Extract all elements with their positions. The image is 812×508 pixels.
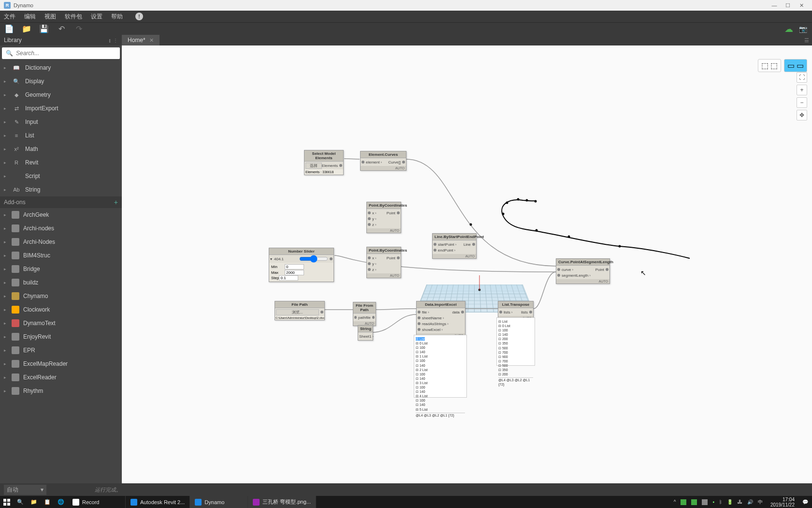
node-string[interactable]: String Sheet1› <box>358 325 373 341</box>
node-curve-point-at-segment[interactable]: Curve.PointAtSegmentLength curve›Point s… <box>556 258 610 284</box>
select-button[interactable]: 选择 <box>305 163 322 169</box>
input-seglen[interactable]: segmentLength <box>562 273 588 278</box>
redo-icon[interactable]: ↷ <box>74 25 83 33</box>
node-data-import-excel[interactable]: Data.ImportExcel file›data sheetName› re… <box>416 301 465 338</box>
data-preview-1[interactable]: ⊟ List⊟ 0 List ⊡ 100 ⊡ 140⊟ 1 List ⊡ 100… <box>414 335 467 398</box>
tray-app-3[interactable] <box>702 499 708 505</box>
library-list[interactable]: ▸📖Dictionary▸🔍Display▸◆Geometry▸⇄ImportE… <box>0 61 122 483</box>
addon-buildz[interactable]: ▸buildz <box>0 276 122 289</box>
addon-bim4struc[interactable]: ▸BIM4Struc <box>0 249 122 262</box>
tray-app-2[interactable] <box>691 499 697 505</box>
node-file-path[interactable]: File Path 浏览... C:\Users\Administrator\D… <box>275 301 325 320</box>
addon-chynamo[interactable]: ▸Chynamo <box>0 289 122 303</box>
start-button[interactable] <box>0 496 14 508</box>
addon-excelmapreader[interactable]: ▸ExcelMapReader <box>0 357 122 371</box>
camera-icon[interactable]: 📷 <box>799 25 807 33</box>
search-box[interactable]: 🔍 <box>2 47 120 59</box>
app-icon-1[interactable]: 📋 <box>41 496 54 508</box>
clock[interactable]: 17:04 2019/11/22 <box>768 497 798 508</box>
output-port[interactable]: Point <box>387 211 395 215</box>
minimize-button[interactable]: — <box>768 1 781 10</box>
network-icon[interactable]: 🖧 <box>738 499 742 505</box>
input-end[interactable]: endPoint <box>438 248 453 253</box>
node-element-curves[interactable]: Element.Curves element›Curve[] AUTO <box>360 151 406 171</box>
input-path[interactable]: path <box>358 315 366 320</box>
library-view-toggle[interactable]: ⫿ <box>109 38 111 43</box>
addon-archi-nodes[interactable]: ▸Archi-Nodes <box>0 235 122 249</box>
input-port[interactable]: element <box>366 160 379 164</box>
menu-file[interactable]: 文件 <box>4 13 15 21</box>
notifications-icon[interactable]: 💬 <box>802 499 808 505</box>
addon-archgeek[interactable]: ▸ArchGeek <box>0 208 122 222</box>
node-point-by-coordinates-1[interactable]: Point.ByCoordinates x›Point y› z› AUTO <box>366 202 401 233</box>
input-x[interactable]: x <box>372 211 374 215</box>
system-tray[interactable]: ^ ▪ ᛒ 🔋 🖧 🔊 中 17:04 2019/11/22 💬 <box>670 497 812 508</box>
file-explorer-icon[interactable]: 📁 <box>27 496 41 508</box>
addon-archi-nodes[interactable]: ▸Archi-nodes <box>0 222 122 235</box>
ime-indicator[interactable]: 中 <box>758 499 763 506</box>
3d-nav-toggle[interactable]: ⬚⬚ <box>758 59 781 72</box>
zoom-out-icon[interactable]: − <box>797 97 807 108</box>
search-taskbar-icon[interactable]: 🔍 <box>14 496 27 508</box>
input-z[interactable]: z <box>372 223 374 227</box>
addon-epr[interactable]: ▸EPR <box>0 344 122 357</box>
tray-up-icon[interactable]: ^ <box>674 499 676 505</box>
category-importexport[interactable]: ▸⇄ImportExport <box>0 102 122 115</box>
addon-clockwork[interactable]: ▸Clockwork <box>0 303 122 316</box>
slider-min[interactable] <box>285 264 304 269</box>
info-icon[interactable]: ! <box>135 13 143 20</box>
output-port[interactable]: Line <box>464 242 471 247</box>
tray-gpu-icon[interactable]: ▪ <box>712 499 714 505</box>
pan-icon[interactable]: ✥ <box>797 110 807 120</box>
zoom-in-icon[interactable]: + <box>797 85 807 95</box>
node-file-from-path[interactable]: File From Path pathfile AUTO <box>353 302 376 326</box>
input-file[interactable]: file <box>422 310 427 314</box>
input-y[interactable]: y <box>372 262 374 266</box>
category-list[interactable]: ▸≡List <box>0 129 122 142</box>
cloud-icon[interactable]: ☁ <box>784 24 793 34</box>
category-display[interactable]: ▸🔍Display <box>0 75 122 88</box>
close-tab-icon[interactable]: ✕ <box>149 37 154 44</box>
output-port[interactable]: Point <box>387 256 395 260</box>
workspace-tab[interactable]: Home* ✕ <box>122 35 160 45</box>
input-y[interactable]: y <box>372 217 374 221</box>
canvas[interactable]: ⬚⬚ ▭▭ ⛶ + − ✥ <box>122 45 812 483</box>
node-number-slider[interactable]: Number Slider ▾404.1 Min Max Step <box>269 248 334 282</box>
addon-excelreader[interactable]: ▸ExcelReader <box>0 371 122 384</box>
category-revit[interactable]: ▸RRevit <box>0 156 122 169</box>
input-sheet[interactable]: sheetName <box>422 316 442 320</box>
taskbar-task[interactable]: 三孔桥 弯模型.png... <box>248 496 316 508</box>
library-menu[interactable]: ⋮ <box>113 38 118 43</box>
search-input[interactable] <box>16 50 116 57</box>
addon-rhythm[interactable]: ▸Rhythm <box>0 384 122 398</box>
undo-icon[interactable]: ↶ <box>57 25 66 33</box>
addon-bridge[interactable]: ▸Bridge <box>0 262 122 276</box>
input-curve[interactable]: curve <box>562 268 571 272</box>
output-port[interactable]: data <box>452 310 460 314</box>
close-button[interactable]: ✕ <box>795 1 808 10</box>
category-geometry[interactable]: ▸◆Geometry <box>0 88 122 102</box>
open-file-icon[interactable]: 📁 <box>22 25 31 33</box>
slider-step[interactable] <box>279 275 298 281</box>
menu-packages[interactable]: 软件包 <box>65 13 82 21</box>
category-math[interactable]: ▸x²Math <box>0 142 122 156</box>
slider-max[interactable] <box>285 270 304 275</box>
new-file-icon[interactable]: 📄 <box>5 25 14 33</box>
maximize-button[interactable]: ☐ <box>781 1 795 10</box>
run-mode-selector[interactable]: 自动 ▾ <box>4 485 46 495</box>
slider[interactable] <box>299 257 328 261</box>
browser-icon[interactable]: 🌐 <box>54 496 68 508</box>
input-readstr[interactable]: readAsStrings <box>422 322 446 326</box>
geometry-view-toggle[interactable]: ▭▭ <box>784 59 807 72</box>
tray-app-1[interactable] <box>681 499 686 505</box>
category-string[interactable]: ▸AbString <box>0 183 122 196</box>
category-dictionary[interactable]: ▸📖Dictionary <box>0 61 122 75</box>
node-point-by-coordinates-2[interactable]: Point.ByCoordinates x›Point y› z› AUTO <box>366 247 401 278</box>
bluetooth-icon[interactable]: ᛒ <box>719 499 722 505</box>
output-port[interactable]: Elements <box>322 164 338 168</box>
addon-enjoyrevit[interactable]: ▸EnjoyRevit <box>0 330 122 344</box>
tab-menu-icon[interactable]: ☰ <box>801 37 812 44</box>
save-icon[interactable]: 💾 <box>40 25 48 33</box>
output-port[interactable]: lists <box>521 310 528 314</box>
taskbar-task[interactable]: Record <box>68 496 126 508</box>
